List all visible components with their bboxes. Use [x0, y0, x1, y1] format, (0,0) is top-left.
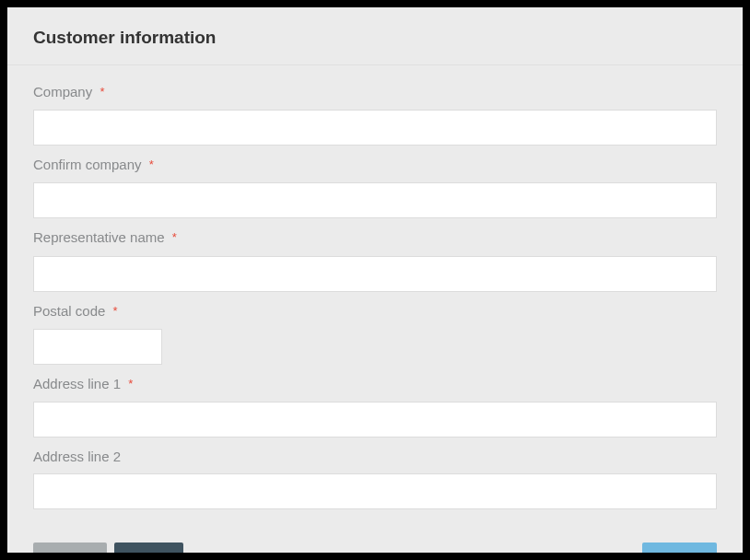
company-field[interactable]	[33, 110, 717, 146]
label-text: Address line 2	[33, 449, 121, 464]
form-group-address-line-1: Address line 1 *	[33, 376, 717, 438]
address-line-2-field[interactable]	[33, 473, 717, 509]
address-line-1-field[interactable]	[33, 402, 717, 438]
cancel-button[interactable]: Cancel	[33, 542, 107, 553]
label-address-line-1: Address line 1 *	[33, 376, 717, 392]
panel-header: Customer information	[7, 7, 743, 65]
panel-footer: Cancel Back Next	[7, 520, 743, 553]
required-mark: *	[172, 229, 177, 246]
label-text: Address line 1	[33, 376, 121, 391]
label-confirm-company: Confirm company *	[33, 157, 717, 173]
required-mark: *	[128, 376, 133, 392]
customer-information-panel: Customer information Company * Confirm c…	[7, 7, 743, 553]
form-group-postal-code: Postal code *	[33, 303, 717, 365]
postal-code-field[interactable]	[33, 329, 162, 365]
label-text: Confirm company	[33, 157, 142, 172]
label-text: Company	[33, 84, 92, 99]
footer-right-buttons: Next	[642, 542, 717, 553]
form-group-representative-name: Representative name *	[33, 229, 717, 291]
required-mark: *	[149, 157, 154, 173]
required-mark: *	[100, 84, 104, 100]
confirm-company-field[interactable]	[33, 182, 717, 218]
form-group-company: Company *	[33, 84, 717, 146]
label-text: Postal code	[33, 303, 105, 319]
back-button[interactable]: Back	[114, 542, 183, 553]
label-address-line-2: Address line 2	[33, 449, 717, 464]
form-group-address-line-2: Address line 2	[33, 449, 717, 509]
label-company: Company *	[33, 84, 717, 100]
label-representative-name: Representative name *	[33, 229, 717, 246]
panel-title: Customer information	[33, 28, 717, 48]
required-mark: *	[113, 303, 118, 320]
panel-body: Company * Confirm company * Representati…	[7, 65, 743, 509]
label-postal-code: Postal code *	[33, 303, 717, 320]
footer-left-buttons: Cancel Back	[33, 542, 183, 553]
next-button[interactable]: Next	[642, 542, 717, 553]
form-group-confirm-company: Confirm company *	[33, 157, 717, 218]
label-text: Representative name	[33, 229, 165, 245]
representative-name-field[interactable]	[33, 256, 717, 292]
